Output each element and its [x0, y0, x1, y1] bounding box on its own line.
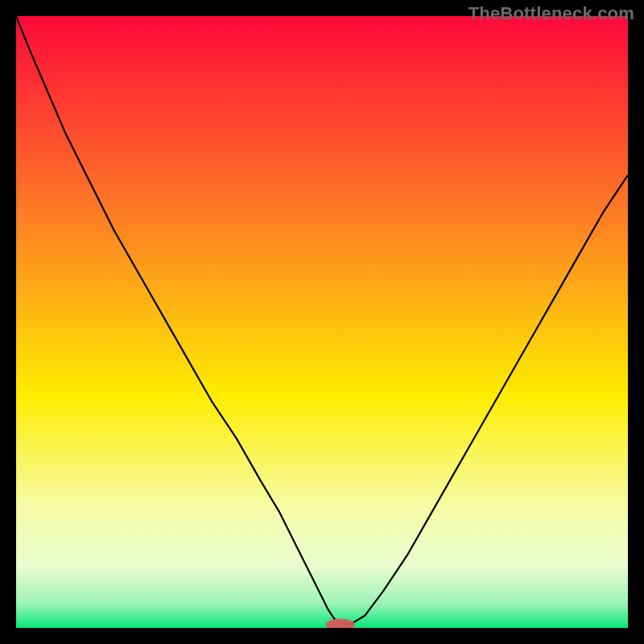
chart-frame: TheBottleneck.com — [0, 0, 644, 644]
plot-zone — [16, 16, 628, 628]
plot-svg — [16, 16, 628, 628]
watermark-text: TheBottleneck.com — [469, 3, 634, 24]
gradient-background — [16, 16, 628, 628]
